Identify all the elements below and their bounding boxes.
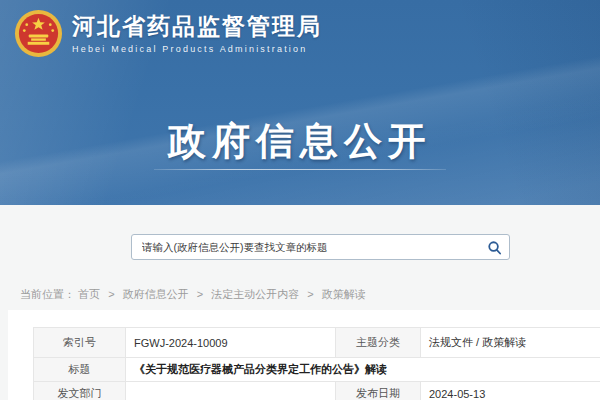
- search-button[interactable]: [479, 235, 509, 259]
- publish-date-value: 2024-05-13: [421, 382, 600, 400]
- document-meta-table: 索引号 FGWJ-2024-10009 主题分类 法规文件 / 政策解读 标题 …: [33, 327, 600, 400]
- title-underline: [154, 169, 446, 170]
- index-number-label: 索引号: [34, 328, 126, 358]
- breadcrumb: 当前位置： 首页 > 政府信息公开 > 法定主动公开内容 > 政策解读: [20, 287, 366, 302]
- table-row: 发文部门 发布日期 2024-05-13: [34, 382, 600, 400]
- index-number-value: FGWJ-2024-10009: [126, 328, 336, 358]
- search-input[interactable]: [132, 235, 479, 259]
- breadcrumb-home[interactable]: 首页: [78, 288, 100, 300]
- breadcrumb-separator: >: [307, 288, 313, 300]
- table-row: 索引号 FGWJ-2024-10009 主题分类 法规文件 / 政策解读: [34, 328, 600, 358]
- issuing-department-value: [126, 382, 336, 400]
- agency-title-block: 河北省药品监督管理局 Hebei Medical Products Admini…: [72, 13, 322, 53]
- breadcrumb-statutory-disclosure[interactable]: 法定主动公开内容: [211, 288, 299, 300]
- document-title-value: 《关于规范医疗器械产品分类界定工作的公告》解读: [126, 358, 600, 382]
- breadcrumb-separator: >: [197, 288, 203, 300]
- title-label: 标题: [34, 358, 126, 382]
- breadcrumb-prefix: 当前位置：: [20, 288, 75, 300]
- subject-category-label: 主题分类: [336, 328, 421, 358]
- site-header: 河北省药品监督管理局 Hebei Medical Products Admini…: [14, 9, 322, 58]
- content-area: 当前位置： 首页 > 政府信息公开 > 法定主动公开内容 > 政策解读 索引号 …: [0, 205, 600, 400]
- table-row: 标题 《关于规范医疗器械产品分类界定工作的公告》解读: [34, 358, 600, 382]
- search-box: [131, 234, 510, 260]
- breadcrumb-policy-interpretation[interactable]: 政策解读: [322, 288, 366, 300]
- national-emblem-icon: [14, 9, 63, 58]
- publish-date-label: 发布日期: [336, 382, 421, 400]
- agency-name-en: Hebei Medical Products Administration: [72, 44, 322, 54]
- issuing-department-label: 发文部门: [34, 382, 126, 400]
- breadcrumb-separator: >: [108, 288, 114, 300]
- breadcrumb-gov-info[interactable]: 政府信息公开: [123, 288, 189, 300]
- subject-category-value: 法规文件 / 政策解读: [421, 328, 600, 358]
- hero-banner: 河北省药品监督管理局 Hebei Medical Products Admini…: [0, 0, 600, 205]
- document-card: 索引号 FGWJ-2024-10009 主题分类 法规文件 / 政策解读 标题 …: [8, 310, 600, 400]
- page-title: 政府信息公开: [0, 116, 600, 167]
- agency-name-zh: 河北省药品监督管理局: [72, 13, 322, 39]
- search-icon: [487, 240, 502, 255]
